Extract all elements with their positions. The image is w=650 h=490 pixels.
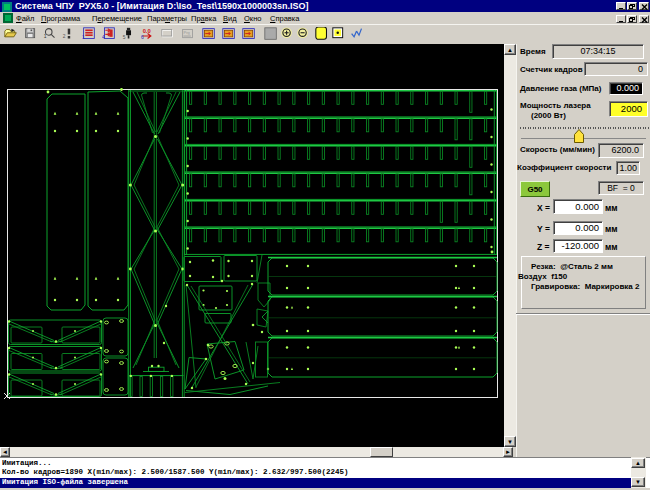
svg-text:1: 1 (82, 35, 85, 40)
svg-text:2: 2 (63, 34, 66, 39)
svg-text:6: 6 (141, 35, 144, 40)
svg-text:Prg: Prg (183, 30, 190, 35)
svg-text:0.0: 0.0 (143, 28, 151, 34)
svg-text:5: 5 (123, 35, 126, 40)
svg-text:4: 4 (102, 35, 105, 40)
svg-text:1: 1 (44, 34, 47, 39)
